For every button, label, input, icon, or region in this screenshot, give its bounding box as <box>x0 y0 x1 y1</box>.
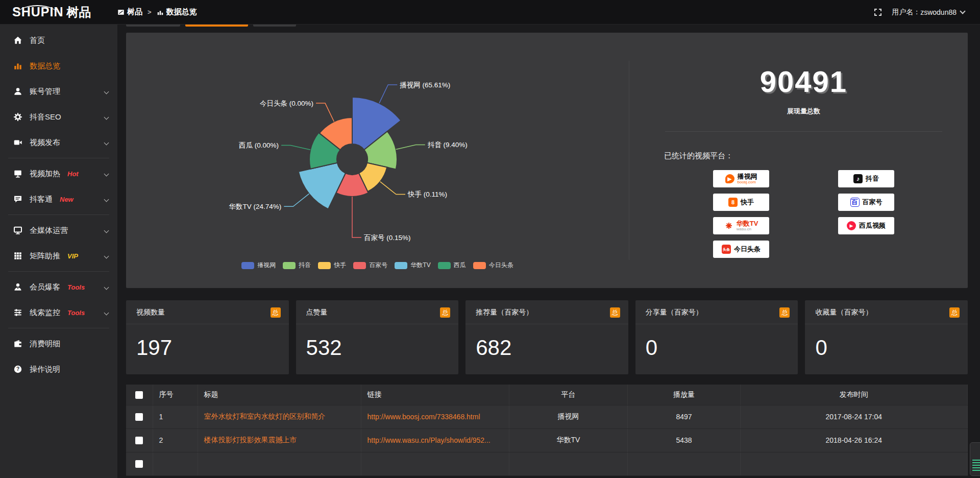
select-all-checkbox[interactable] <box>135 391 143 399</box>
breadcrumb-current-label: 数据总览 <box>166 7 197 17</box>
sidebar-item-tag: Tools <box>67 283 85 291</box>
stat-card-value: 197 <box>126 324 289 360</box>
stat-card-header: 分享量（百家号）总 <box>635 300 798 324</box>
stat-card-header: 点赞量总 <box>296 300 459 324</box>
sidebar-item-monitor[interactable]: 全媒体运营 <box>0 218 117 243</box>
sidebar-item-chart[interactable]: 数据总览 <box>0 53 117 79</box>
main-content: 抖音seo数据全媒体运营数据询盘数据 播视网 (65.61%)抖音 (9.40%… <box>117 0 980 476</box>
platform-badge-boosj[interactable]: ▶播视网boosj.com <box>713 170 769 187</box>
stat-card-label: 视频数量 <box>136 308 165 317</box>
sidebar-item-gear[interactable]: 抖音SEO <box>0 104 117 130</box>
breadcrumb-current[interactable]: 数据总览 <box>157 7 197 17</box>
sidebar-item-tag: VIP <box>67 252 78 260</box>
legend-swatch <box>283 262 296 269</box>
stat-cards: 视频数量总197点赞量总532推荐量（百家号）总682分享量（百家号）总0收藏量… <box>126 300 968 374</box>
stat-card-label: 收藏量（百家号） <box>815 308 872 317</box>
app-logo[interactable]: SHUPIN 树品 <box>0 6 117 18</box>
legend-item-2[interactable]: 快手 <box>318 261 346 270</box>
legend-item-3[interactable]: 百家号 <box>353 261 387 270</box>
sidebar-item-label: 视频加热 <box>30 169 60 179</box>
platforms-grid: ▶播视网boosj.com♪抖音8快手百百家号华数TVwasu.cn▶西瓜视频头… <box>660 170 947 258</box>
legend-item-1[interactable]: 抖音 <box>283 261 311 270</box>
pie-label-0: 播视网 (65.61%) <box>400 81 450 89</box>
breadcrumb-home[interactable]: 树品 <box>117 7 142 17</box>
legend-swatch <box>241 262 254 269</box>
table-row: 2楼体投影灯投影效果震撼上市http://www.wasu.cn/Play/sh… <box>126 428 968 452</box>
video-url-link[interactable]: http://www.wasu.cn/Play/show/id/952... <box>368 436 491 444</box>
stat-card-value: 0 <box>635 324 798 360</box>
legend-label: 百家号 <box>369 261 387 270</box>
stat-card-label: 推荐量（百家号） <box>476 308 533 317</box>
total-badge[interactable]: 总 <box>779 307 790 318</box>
legend-item-4[interactable]: 华数TV <box>395 261 430 270</box>
sidebar-item-help[interactable]: ?操作说明 <box>0 356 117 382</box>
pie-label-line-1 <box>396 145 425 150</box>
platform-badge-douyin[interactable]: ♪抖音 <box>838 170 894 187</box>
sidebar-item-label: 全媒体运营 <box>30 226 68 235</box>
sidebar-divider <box>8 271 109 272</box>
pie-slice-4[interactable] <box>299 163 346 209</box>
total-badge[interactable]: 总 <box>440 307 450 318</box>
video-title-link[interactable]: 室外水纹灯和室内水纹灯的区别和简介 <box>204 412 326 420</box>
stat-card-label: 分享量（百家号） <box>646 308 703 317</box>
sidebar-item-label: 操作说明 <box>30 365 60 374</box>
platform-name: 华数TV <box>737 220 758 227</box>
chevron-down-icon <box>104 197 109 202</box>
sidebar-item-video[interactable]: 视频发布 <box>0 130 117 155</box>
platform-name: 今日头条 <box>734 246 761 253</box>
user-icon <box>13 87 22 96</box>
username-display[interactable]: 用户名：zswodun88 <box>892 8 965 17</box>
legend-item-6[interactable]: 今日头条 <box>473 261 513 270</box>
platform-badge-toutiao[interactable]: 头条今日头条 <box>713 241 769 258</box>
platform-badge-kuaishou[interactable]: 8快手 <box>713 194 769 211</box>
video-title-link[interactable]: 楼体投影灯投影效果震撼上市 <box>204 436 297 444</box>
sidebar-item-screen[interactable]: 视频加热Hot <box>0 161 117 186</box>
cell-platform: 播视网 <box>509 405 628 428</box>
legend-label: 华数TV <box>410 261 430 270</box>
platform-name: 播视网 <box>738 173 757 180</box>
platform-name: 西瓜视频 <box>859 222 886 229</box>
cell-index: 1 <box>153 405 198 428</box>
sidebar-item-wallet[interactable]: 消费明细 <box>0 331 117 356</box>
total-badge[interactable]: 总 <box>949 307 960 318</box>
sidebar-item-user[interactable]: 账号管理 <box>0 79 117 104</box>
total-badge[interactable]: 总 <box>610 307 620 318</box>
sidebar-divider <box>8 214 109 215</box>
sidebar-item-home[interactable]: 首页 <box>0 28 117 53</box>
legend-item-5[interactable]: 西瓜 <box>438 261 466 270</box>
platform-badge-xigua[interactable]: ▶西瓜视频 <box>838 217 894 234</box>
sidebar-item-tag: Hot <box>67 170 79 178</box>
pie-label-5: 西瓜 (0.00%) <box>239 141 279 149</box>
total-badge[interactable]: 总 <box>271 307 281 318</box>
platform-badge-baijiahao[interactable]: 百百家号 <box>838 194 894 211</box>
sidebar-item-member[interactable]: 会员爆客Tools <box>0 274 117 300</box>
sidebar-item-grid[interactable]: 矩阵助推VIP <box>0 243 117 269</box>
sidebar-item-sliders[interactable]: 线索监控Tools <box>0 300 117 325</box>
stat-card-4: 收藏量（百家号）总0 <box>805 300 968 374</box>
help-icon: ? <box>13 365 22 374</box>
cell-time: 2017-08-24 17:04 <box>740 405 967 428</box>
sidebar-item-chat[interactable]: 抖客通New <box>0 186 117 212</box>
legend-item-0[interactable]: 播视网 <box>241 261 276 270</box>
video-url-link[interactable]: http://www.boosj.com/7338468.html <box>368 413 480 421</box>
chevron-down-icon <box>104 140 109 145</box>
breadcrumb-separator: > <box>148 8 152 16</box>
row-checkbox[interactable] <box>135 460 143 468</box>
stat-card-label: 点赞量 <box>306 308 328 317</box>
platform-subtext: wasu.cn <box>737 227 758 231</box>
sidebar-divider <box>8 158 109 158</box>
stat-card-value: 0 <box>805 324 968 360</box>
logo-text-cn: 树品 <box>66 6 91 18</box>
floating-service-widget[interactable] <box>970 442 980 476</box>
pie-label-line-4 <box>284 194 309 206</box>
sidebar-item-label: 账号管理 <box>30 87 60 97</box>
row-checkbox[interactable] <box>135 437 143 444</box>
platform-name: 百家号 <box>863 199 883 206</box>
platform-badge-wasu[interactable]: 华数TVwasu.cn <box>713 217 769 234</box>
fullscreen-icon[interactable] <box>874 9 881 16</box>
pie-label-line-2 <box>380 182 405 195</box>
chart-icon <box>13 61 22 70</box>
row-checkbox[interactable] <box>135 413 143 421</box>
video-table: 序号标题链接平台播放量发布时间 1室外水纹灯和室内水纹灯的区别和简介http:/… <box>126 385 968 476</box>
table-row: 1室外水纹灯和室内水纹灯的区别和简介http://www.boosj.com/7… <box>126 405 968 428</box>
